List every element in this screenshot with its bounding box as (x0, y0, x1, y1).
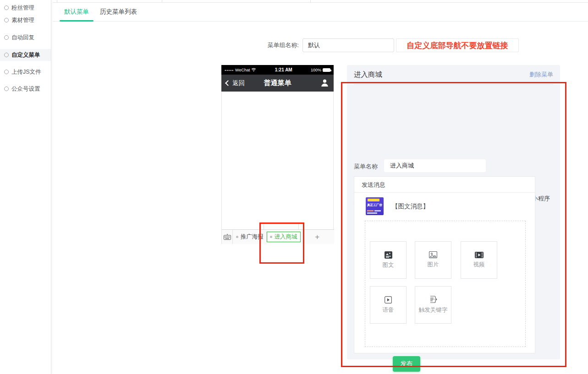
send-message-title: 发送消息 (354, 177, 535, 193)
menu-group-label: 菜单组名称: (265, 38, 299, 52)
menu-item-label: 推广海报 (241, 233, 264, 241)
sidebar-item-label: 粉丝管理 (11, 4, 34, 12)
add-menu-button[interactable]: + (301, 230, 335, 244)
signal-dots-icon: ●●●●● (225, 69, 234, 71)
attached-article-row[interactable]: 真正工厂价 【图文消息】 (366, 197, 429, 215)
circle-icon (4, 70, 9, 74)
keyboard-icon (224, 234, 231, 240)
media-type-label: 图文 (383, 261, 394, 269)
sidebar-item-label: 上传JS文件 (11, 68, 41, 76)
media-type-picker: 图文 图片 视频 语音 (365, 221, 526, 347)
keyboard-toggle[interactable] (222, 230, 233, 244)
sidebar-item-label: 自动回复 (11, 34, 34, 42)
media-type-label: 语音 (383, 306, 394, 314)
menu-item-enter-mall[interactable]: 进入商城 (267, 232, 301, 242)
sidebar-item-fans[interactable]: 粉丝管理 (0, 2, 51, 14)
media-type-image[interactable]: 图片 (415, 241, 451, 279)
circle-icon (4, 5, 9, 10)
clock-label: 1:21 AM (256, 67, 311, 72)
media-type-keyword[interactable]: 触发关键字 (415, 286, 451, 324)
wechat-admin-page: 粉丝管理 素材管理 自动回复 自定义菜单 上传JS文件 公众号设置 默认菜单 历… (0, 0, 588, 374)
thumbnail-deco (367, 210, 374, 211)
sidebar-item-upload-js[interactable]: 上传JS文件 (0, 66, 51, 78)
phone-page-title: 普通菜单 (221, 79, 334, 87)
video-icon (475, 252, 484, 258)
phone-status-bar: ●●●●● WeChat 1:21 AM 100% (221, 65, 334, 75)
media-type-label: 图片 (428, 261, 439, 269)
thumbnail-deco (374, 210, 381, 211)
battery-icon (323, 68, 330, 72)
tab-history-menu-list[interactable]: 历史菜单列表 (94, 3, 143, 21)
publish-button[interactable]: 发布 (393, 356, 420, 372)
menu-name-label: 菜单名称 (354, 163, 378, 171)
phone-nav-bar: 返回 普通菜单 (221, 75, 334, 92)
sidebar-item-account-settings[interactable]: 公众号设置 (0, 83, 51, 95)
phone-preview: ●●●●● WeChat 1:21 AM 100% 返回 普通菜单 + (221, 65, 334, 259)
sidebar: 粉丝管理 素材管理 自动回复 自定义菜单 上传JS文件 公众号设置 (0, 0, 51, 374)
article-icon (385, 251, 392, 259)
media-type-label: 视频 (473, 261, 485, 269)
bullet-icon (236, 236, 238, 238)
phone-screen: + 推广海报 进入商城 (221, 92, 334, 244)
audio-icon (385, 296, 392, 304)
sidebar-item-label: 自定义菜单 (11, 51, 40, 59)
keyword-icon (429, 296, 437, 304)
tab-default-menu[interactable]: 默认菜单 (59, 3, 94, 21)
menu-item-label: 进入商城 (275, 233, 297, 241)
menu-item-enter-mall-slot: 进入商城 (267, 230, 301, 244)
tab-bar: 默认菜单 历史菜单列表 (53, 3, 588, 22)
wifi-icon (251, 68, 256, 72)
plus-label: + (315, 233, 319, 242)
menu-item-promo-poster[interactable]: 推广海报 (233, 230, 267, 244)
phone-menu-bar: 推广海报 进入商城 + (222, 229, 334, 244)
circle-icon (4, 35, 9, 40)
editor-header: 进入商城 删除菜单 (354, 65, 553, 85)
tab-label: 历史菜单列表 (100, 8, 137, 16)
media-type-audio[interactable]: 语音 (370, 286, 407, 324)
warning-text: 自定义底部导航不要放置链接 (407, 40, 508, 51)
bullet-icon (270, 236, 272, 238)
media-type-article[interactable]: 图文 (370, 241, 407, 279)
delete-menu-link[interactable]: 删除菜单 (529, 70, 553, 79)
image-icon (429, 251, 437, 258)
circle-icon (4, 53, 9, 57)
media-type-video[interactable]: 视频 (461, 241, 497, 279)
media-type-label: 触发关键字 (419, 306, 448, 314)
sidebar-item-label: 公众号设置 (11, 85, 40, 93)
tab-label: 默认菜单 (64, 8, 89, 16)
sidebar-item-materials[interactable]: 素材管理 (0, 14, 51, 26)
thumbnail-text: 真正工厂价 (367, 203, 382, 207)
menu-group-name-input[interactable] (302, 38, 394, 52)
circle-icon (4, 18, 9, 22)
sidebar-item-label: 素材管理 (11, 16, 34, 24)
person-icon[interactable] (321, 79, 329, 87)
editor-title: 进入商城 (354, 70, 382, 80)
circle-icon (4, 87, 9, 91)
article-thumbnail: 真正工厂价 (366, 197, 384, 215)
menu-editor-panel: 进入商城 删除菜单 菜单名称 字数不超过5个汉字或10个字母 菜单内容 发送消息… (347, 65, 560, 359)
sidebar-item-custom-menu[interactable]: 自定义菜单 (0, 49, 51, 61)
thumbnail-deco (367, 212, 377, 214)
battery-percent-label: 100% (311, 68, 321, 72)
carrier-label: WeChat (235, 68, 250, 72)
warning-annotation-box: 自定义底部导航不要放置链接 (396, 38, 519, 52)
menu-group-row: 菜单组名称: 自定义底部导航不要放置链接 (0, 38, 588, 52)
thumbnail-badge (368, 199, 379, 201)
attachment-type-label: 【图文消息】 (392, 202, 429, 211)
sidebar-item-autoreply[interactable]: 自动回复 (0, 32, 51, 43)
send-message-panel: 发送消息 真正工厂价 【图文消息】 图文 (354, 176, 535, 353)
menu-name-input[interactable] (384, 159, 486, 172)
